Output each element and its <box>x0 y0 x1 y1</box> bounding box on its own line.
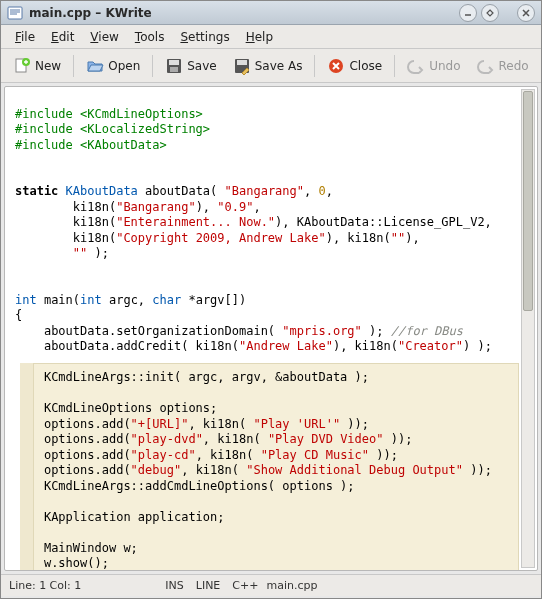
svg-rect-4 <box>169 60 179 65</box>
status-language[interactable]: C++ <box>232 579 258 592</box>
menu-help[interactable]: Help <box>238 27 281 47</box>
undo-icon <box>407 57 425 75</box>
menu-view[interactable]: View <box>82 27 126 47</box>
menu-file[interactable]: File <box>7 27 43 47</box>
new-icon <box>13 57 31 75</box>
menubar: File Edit View Tools Settings Help <box>1 25 541 49</box>
open-label: Open <box>108 59 140 73</box>
close-file-button[interactable]: Close <box>321 54 388 78</box>
maximize-button[interactable] <box>481 4 499 22</box>
new-button[interactable]: New <box>7 54 67 78</box>
code-line: #include <KAboutData> <box>15 138 167 152</box>
redo-label: Redo <box>499 59 529 73</box>
saveas-label: Save As <box>255 59 303 73</box>
status-linecol: Line: 1 Col: 1 <box>9 579 81 592</box>
separator <box>152 55 153 77</box>
menu-settings[interactable]: Settings <box>172 27 237 47</box>
redo-button[interactable]: Redo <box>471 54 535 78</box>
open-button[interactable]: Open <box>80 54 146 78</box>
saveas-icon <box>233 57 251 75</box>
close-file-label: Close <box>349 59 382 73</box>
scrollbar-thumb[interactable] <box>523 91 533 311</box>
open-icon <box>86 57 104 75</box>
save-button[interactable]: Save <box>159 54 222 78</box>
redo-icon <box>477 57 495 75</box>
new-label: New <box>35 59 61 73</box>
save-label: Save <box>187 59 216 73</box>
app-icon <box>7 5 23 21</box>
undo-button[interactable]: Undo <box>401 54 466 78</box>
svg-rect-5 <box>170 67 178 72</box>
code-line: #include <KLocalizedString> <box>15 122 210 136</box>
save-icon <box>165 57 183 75</box>
separator <box>314 55 315 77</box>
editor-area: #include <KCmdLineOptions> #include <KLo… <box>4 86 538 571</box>
close-file-icon <box>327 57 345 75</box>
undo-label: Undo <box>429 59 460 73</box>
code-line: #include <KCmdLineOptions> <box>15 107 203 121</box>
close-button[interactable] <box>517 4 535 22</box>
saveas-button[interactable]: Save As <box>227 54 309 78</box>
separator <box>394 55 395 77</box>
status-insert-mode[interactable]: INS <box>165 579 183 592</box>
minimize-button[interactable] <box>459 4 477 22</box>
menu-edit[interactable]: Edit <box>43 27 82 47</box>
svg-rect-7 <box>237 60 247 65</box>
vertical-scrollbar[interactable] <box>521 89 535 568</box>
window-title: main.cpp – KWrite <box>29 6 455 20</box>
toolbar: New Open Save Save As Close Undo Redo <box>1 49 541 83</box>
svg-rect-0 <box>8 7 22 19</box>
titlebar: main.cpp – KWrite <box>1 1 541 25</box>
separator <box>73 55 74 77</box>
menu-tools[interactable]: Tools <box>127 27 173 47</box>
status-wrap-mode[interactable]: LINE <box>196 579 221 592</box>
code-editor[interactable]: #include <KCmdLineOptions> #include <KLo… <box>5 87 537 570</box>
statusbar: Line: 1 Col: 1 INS LINE C++ main.cpp <box>1 574 541 596</box>
status-filename: main.cpp <box>266 579 317 592</box>
